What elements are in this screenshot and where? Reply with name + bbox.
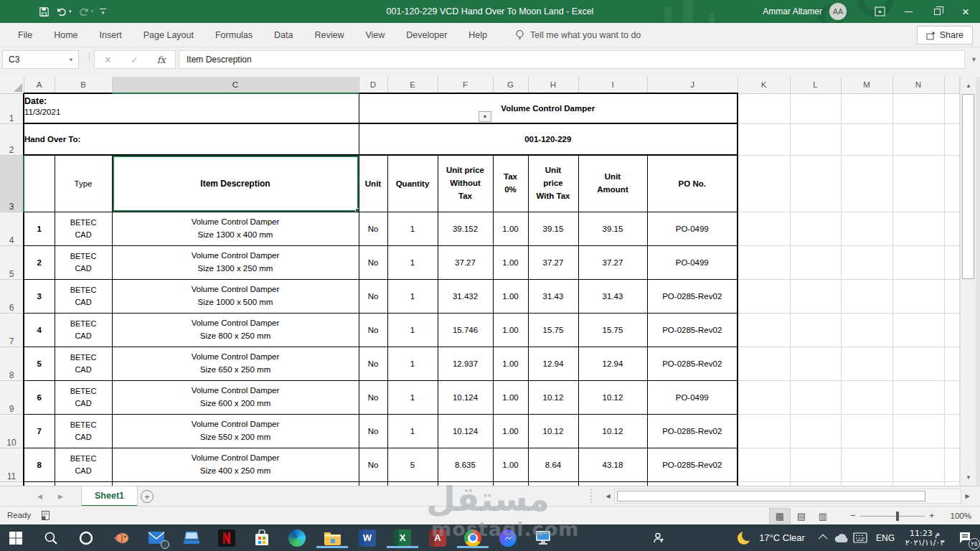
column-header-j[interactable]: J bbox=[647, 77, 738, 93]
empty-cell[interactable] bbox=[892, 313, 944, 347]
cell-unit-amount[interactable]: 37.27 bbox=[578, 245, 647, 279]
column-header-f[interactable]: F bbox=[438, 77, 493, 93]
tab-formulas[interactable]: Formulas bbox=[204, 23, 263, 47]
tab-file[interactable]: File bbox=[7, 23, 43, 47]
enter-entry-icon[interactable]: ✓ bbox=[131, 55, 138, 65]
start-button[interactable] bbox=[6, 528, 26, 548]
header-cell-quantity[interactable]: Quantity bbox=[387, 155, 438, 212]
row-header[interactable]: 4 bbox=[0, 212, 24, 245]
people-icon[interactable] bbox=[649, 524, 670, 551]
header-cell-unit[interactable]: Unit bbox=[359, 155, 387, 212]
empty-cell[interactable] bbox=[841, 279, 892, 313]
row-header[interactable]: 7 bbox=[0, 313, 24, 347]
cell-po-no[interactable]: PO-0285-Rev02 bbox=[647, 279, 738, 313]
empty-cell[interactable] bbox=[892, 123, 944, 155]
clock[interactable]: 11:23 م ٢٠٢١/١١/٠٣ bbox=[901, 524, 948, 551]
sheet-nav-right-icon[interactable]: ▶ bbox=[58, 493, 63, 500]
cell-unit[interactable]: No bbox=[359, 313, 387, 347]
cell-unit-amount[interactable]: 10.12 bbox=[578, 414, 647, 448]
scroll-up-icon[interactable]: ▲ bbox=[961, 78, 976, 93]
cell-unit[interactable]: No bbox=[359, 212, 387, 245]
new-sheet-button[interactable]: + bbox=[141, 490, 154, 503]
edge-icon[interactable] bbox=[287, 528, 307, 548]
cell-description[interactable]: Volume Control Damper Size 1300 x 250 mm bbox=[112, 245, 359, 279]
cell-po-no[interactable]: PO-0499 bbox=[647, 212, 738, 245]
cell-tax[interactable]: 1.00 bbox=[493, 347, 528, 380]
empty-cell[interactable] bbox=[841, 414, 892, 448]
empty-cell[interactable] bbox=[738, 279, 790, 313]
row-header-1[interactable]: 1 bbox=[0, 93, 24, 123]
cell-item-no[interactable]: 7 bbox=[24, 414, 55, 448]
cell-description[interactable]: Volume Control Damper Size 600 x 200 mm bbox=[112, 380, 359, 414]
empty-cell[interactable] bbox=[738, 448, 790, 481]
empty-cell[interactable] bbox=[892, 347, 944, 380]
header-cell-tax[interactable]: Tax 0% bbox=[493, 155, 528, 212]
selected-cell-item-description[interactable]: Item Descreption bbox=[112, 155, 359, 212]
cell-tax[interactable]: 1.00 bbox=[493, 414, 528, 448]
cell-price-without-tax[interactable]: 8.635 bbox=[438, 448, 493, 481]
tab-data[interactable]: Data bbox=[263, 23, 303, 47]
cell-price-with-tax[interactable]: 31.43 bbox=[528, 279, 578, 313]
fish-app-icon[interactable] bbox=[111, 528, 131, 548]
zoom-slider-handle[interactable] bbox=[896, 512, 899, 521]
zoom-slider-track[interactable] bbox=[860, 516, 925, 517]
sheet-nav-left-icon[interactable]: ◀ bbox=[37, 493, 42, 500]
cell-po-no[interactable]: PO-0285-Rev02 bbox=[647, 347, 738, 380]
cell-unit[interactable]: No bbox=[359, 448, 387, 481]
empty-cell[interactable] bbox=[738, 245, 790, 279]
row-header[interactable]: 10 bbox=[0, 414, 24, 448]
cancel-entry-icon[interactable]: ✕ bbox=[104, 55, 112, 65]
cell-handover-code[interactable]: 001-120-229 bbox=[359, 123, 738, 155]
cell-price-without-tax[interactable]: 10.124 bbox=[438, 380, 493, 414]
cell-tax[interactable]: 1.00 bbox=[493, 448, 528, 481]
cell-quantity[interactable]: 1 bbox=[387, 414, 438, 448]
empty-cell[interactable] bbox=[790, 414, 841, 448]
redo-button[interactable]: ▾ bbox=[78, 6, 94, 17]
cell-item-no[interactable]: 2 bbox=[24, 245, 55, 279]
header-cell-po-no[interactable]: PO No. bbox=[647, 155, 738, 212]
user-name[interactable]: Ammar Altamer bbox=[763, 6, 822, 17]
empty-cell[interactable] bbox=[790, 347, 841, 380]
onedrive-icon[interactable] bbox=[832, 524, 851, 551]
touch-keyboard-icon[interactable] bbox=[851, 524, 870, 551]
vertical-scroll-thumb[interactable] bbox=[962, 94, 974, 279]
file-explorer-icon[interactable] bbox=[322, 528, 342, 548]
cell-quantity[interactable]: 1 bbox=[387, 245, 438, 279]
row-header-3[interactable]: 3 bbox=[0, 155, 24, 212]
expand-formula-bar-icon[interactable]: ▼ bbox=[971, 56, 977, 63]
column-header-m[interactable]: M bbox=[841, 77, 892, 93]
cell-unit-amount[interactable]: 12.94 bbox=[578, 347, 647, 380]
column-header-e[interactable]: E bbox=[387, 77, 438, 93]
weather-moon-icon[interactable] bbox=[735, 524, 753, 551]
empty-cell[interactable] bbox=[841, 123, 892, 155]
empty-cell[interactable] bbox=[738, 212, 790, 245]
cell-type[interactable]: BETEC CAD bbox=[55, 380, 112, 414]
cell-tax[interactable]: 1.00 bbox=[493, 245, 528, 279]
empty-cell[interactable] bbox=[738, 347, 790, 380]
cell-item-no[interactable]: 5 bbox=[24, 347, 55, 380]
column-header-i[interactable]: I bbox=[578, 77, 647, 93]
empty-cell[interactable] bbox=[841, 380, 892, 414]
zoom-level[interactable]: 100% bbox=[951, 512, 971, 520]
cell-price-without-tax[interactable]: 39.152 bbox=[438, 212, 493, 245]
cell-type[interactable]: BETEC CAD bbox=[55, 313, 112, 347]
empty-cell[interactable] bbox=[738, 155, 790, 212]
cell-price-with-tax[interactable]: 37.27 bbox=[528, 245, 578, 279]
cell-type[interactable]: BETEC CAD bbox=[55, 347, 112, 380]
cell-price-without-tax[interactable]: 10.124 bbox=[438, 414, 493, 448]
tray-expand-icon[interactable] bbox=[816, 524, 831, 551]
empty-cell[interactable] bbox=[790, 380, 841, 414]
normal-view-icon[interactable]: ▦ bbox=[769, 508, 791, 524]
cell-type[interactable]: BETEC CAD bbox=[55, 212, 112, 245]
cell-price-without-tax[interactable]: 37.27 bbox=[438, 245, 493, 279]
cell-price-with-tax[interactable]: 10.12 bbox=[528, 380, 578, 414]
empty-cell[interactable] bbox=[841, 93, 892, 123]
notification-center-icon[interactable]: ٢٥ bbox=[954, 524, 976, 551]
cell-price-with-tax[interactable]: 12.94 bbox=[528, 347, 578, 380]
restore-button[interactable] bbox=[923, 0, 951, 23]
cell-quantity[interactable]: 1 bbox=[387, 347, 438, 380]
cell-po-no[interactable]: PO-0285-Rev02 bbox=[647, 448, 738, 481]
cell-type[interactable]: BETEC CAD bbox=[55, 245, 112, 279]
cell-quantity[interactable]: 5 bbox=[387, 448, 438, 481]
cell-price-with-tax[interactable]: 8.64 bbox=[528, 448, 578, 481]
